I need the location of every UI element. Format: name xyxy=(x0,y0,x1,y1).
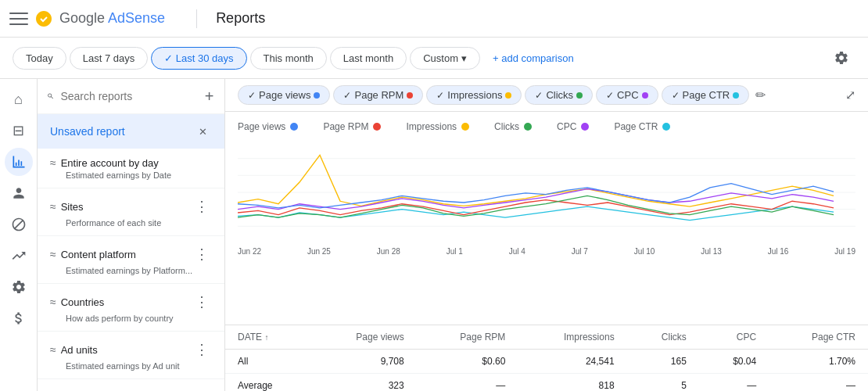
chart-svg xyxy=(238,142,855,243)
legend-dot-cpc xyxy=(581,123,589,131)
metric-tab-page-ctr[interactable]: ✓ Page CTR xyxy=(662,85,750,105)
cell-date-all: All xyxy=(225,350,311,374)
x-label-7: Jul 13 xyxy=(701,247,722,256)
metric-dot-cpc xyxy=(642,92,648,99)
cell-clicks-average: 5 xyxy=(627,374,699,392)
report-subtitle-entire-account: Estimated earnings by Date xyxy=(66,170,212,180)
header-divider xyxy=(196,9,197,28)
report-subtitle-ad-units: Estimated earnings by Ad unit xyxy=(66,361,212,371)
search-bar: + xyxy=(38,79,224,114)
search-input[interactable] xyxy=(60,90,197,102)
nav-payments[interactable] xyxy=(5,304,33,332)
x-label-6: Jul 10 xyxy=(634,247,655,256)
hamburger-menu[interactable] xyxy=(9,9,28,28)
report-title-ad-units: Ad units xyxy=(61,344,98,356)
cell-page-views-all: 9,708 xyxy=(311,350,417,374)
metric-dot-clicks xyxy=(576,92,583,99)
add-comparison-btn[interactable]: + add comparison xyxy=(483,48,583,69)
filter-last7[interactable]: Last 7 days xyxy=(70,47,149,70)
cell-page-ctr-all: 1.70% xyxy=(769,350,868,374)
add-report-button[interactable]: + xyxy=(203,85,215,107)
x-label-4: Jul 4 xyxy=(509,247,525,256)
legend-cpc: CPC xyxy=(557,121,589,132)
sort-icon-date: ↑ xyxy=(264,333,268,342)
sidebar-item-entire-account[interactable]: ≈ Entire account by day Estimated earnin… xyxy=(38,149,224,188)
left-nav: ⌂ ⊟ xyxy=(0,79,38,391)
legend-page-ctr: Page CTR xyxy=(614,121,670,132)
edit-metrics-button[interactable]: ✏ xyxy=(755,88,766,102)
nav-trend[interactable] xyxy=(5,242,33,270)
filter-thismonth[interactable]: This month xyxy=(250,47,327,70)
report-title-entire-account: Entire account by day xyxy=(61,157,159,169)
report-icon-content-platform: ≈ xyxy=(50,248,56,260)
legend-label-page-views: Page views xyxy=(238,121,285,132)
legend-impressions: Impressions xyxy=(406,121,469,132)
col-header-date[interactable]: DATE ↑ xyxy=(225,325,311,350)
top-bar: Google AdSense Reports xyxy=(0,0,868,38)
col-header-cpc[interactable]: CPC xyxy=(699,325,769,350)
col-header-clicks[interactable]: Clicks xyxy=(627,325,699,350)
nav-person[interactable] xyxy=(5,179,33,207)
nav-reports[interactable] xyxy=(5,148,33,176)
metric-tab-impressions[interactable]: ✓ Impressions xyxy=(426,85,522,105)
data-table: DATE ↑ Page views Page RPM Impressions C… xyxy=(225,325,868,391)
sidebar-item-ad-units[interactable]: ≈ Ad units ⋮ Estimated earnings by Ad un… xyxy=(38,332,224,379)
legend-page-views: Page views xyxy=(238,121,298,132)
cell-cpc-all: $0.04 xyxy=(699,350,769,374)
x-label-8: Jul 16 xyxy=(768,247,789,256)
metric-tab-clicks[interactable]: ✓ Clicks xyxy=(525,85,593,105)
legend-label-page-ctr: Page CTR xyxy=(614,121,658,132)
metric-dot-page-ctr xyxy=(733,92,739,99)
cell-page-rpm-all: $0.60 xyxy=(417,350,518,374)
metric-label-page-views: Page views xyxy=(259,89,310,101)
sidebar-item-content-platform[interactable]: ≈ Content platform ⋮ Estimated earnings … xyxy=(38,236,224,284)
sidebar-panel: + Unsaved report ✕ ≈ Entire account by d… xyxy=(38,79,225,391)
metric-dot-page-views xyxy=(314,92,320,99)
col-header-impressions[interactable]: Impressions xyxy=(518,325,626,350)
nav-layers[interactable]: ⊟ xyxy=(5,117,33,145)
col-header-page-ctr[interactable]: Page CTR xyxy=(769,325,868,350)
search-icon xyxy=(47,89,54,103)
filter-last30[interactable]: Last 30 days xyxy=(151,47,246,70)
main-layout: ⌂ ⊟ + Unsaved report ✕ xyxy=(0,79,868,391)
metric-tab-page-views[interactable]: ✓ Page views xyxy=(238,85,330,105)
report-title-countries: Countries xyxy=(61,296,105,308)
sidebar-item-platforms[interactable]: ≈ Platforms ⋮ Estimated earnings by Plat… xyxy=(38,379,224,391)
metric-dot-page-rpm xyxy=(407,92,413,99)
more-options-platforms[interactable]: ⋮ xyxy=(192,387,212,391)
line-chart: Jun 22 Jun 25 Jun 28 Jul 1 Jul 4 Jul 7 J… xyxy=(238,142,855,267)
filter-bar: Today Last 7 days Last 30 days This mont… xyxy=(0,38,868,79)
metric-tab-page-rpm[interactable]: ✓ Page RPM xyxy=(333,85,423,105)
col-header-page-rpm[interactable]: Page RPM xyxy=(417,325,518,350)
col-header-page-views[interactable]: Page views xyxy=(311,325,417,350)
unsaved-report-item[interactable]: Unsaved report ✕ xyxy=(38,114,224,149)
more-options-ad-units[interactable]: ⋮ xyxy=(192,339,212,360)
sidebar-item-sites[interactable]: ≈ Sites ⋮ Performance of each site xyxy=(38,188,224,236)
nav-block[interactable] xyxy=(5,210,33,239)
cell-clicks-all: 165 xyxy=(627,350,699,374)
expand-chart-button[interactable]: ⤢ xyxy=(845,88,855,102)
settings-button[interactable] xyxy=(827,44,855,72)
cell-cpc-average: — xyxy=(699,374,769,392)
filter-today[interactable]: Today xyxy=(13,47,66,70)
report-title-content-platform: Content platform xyxy=(61,249,136,260)
metric-label-page-ctr: Page CTR xyxy=(683,89,730,101)
more-options-content-platform[interactable]: ⋮ xyxy=(192,244,212,264)
cell-page-ctr-average: — xyxy=(769,374,868,392)
chevron-down-icon: ▾ xyxy=(461,52,467,64)
adsense-logo-icon xyxy=(34,9,53,28)
legend-dot-impressions xyxy=(461,123,469,131)
sidebar-item-countries[interactable]: ≈ Countries ⋮ How ads perform by country xyxy=(38,284,224,332)
filter-custom[interactable]: Custom ▾ xyxy=(410,47,480,70)
metric-label-clicks: Clicks xyxy=(546,89,573,101)
more-options-sites[interactable]: ⋮ xyxy=(192,196,212,217)
x-label-2: Jun 28 xyxy=(377,247,400,256)
close-unsaved-button[interactable]: ✕ xyxy=(193,122,212,141)
metric-tab-cpc[interactable]: ✓ CPC xyxy=(596,85,658,105)
more-options-countries[interactable]: ⋮ xyxy=(192,292,212,312)
nav-home[interactable]: ⌂ xyxy=(5,85,33,113)
filter-lastmonth[interactable]: Last month xyxy=(330,47,407,70)
nav-settings[interactable] xyxy=(5,273,33,301)
brand-name: Google AdSense xyxy=(59,10,165,27)
page-title: Reports xyxy=(216,10,265,27)
